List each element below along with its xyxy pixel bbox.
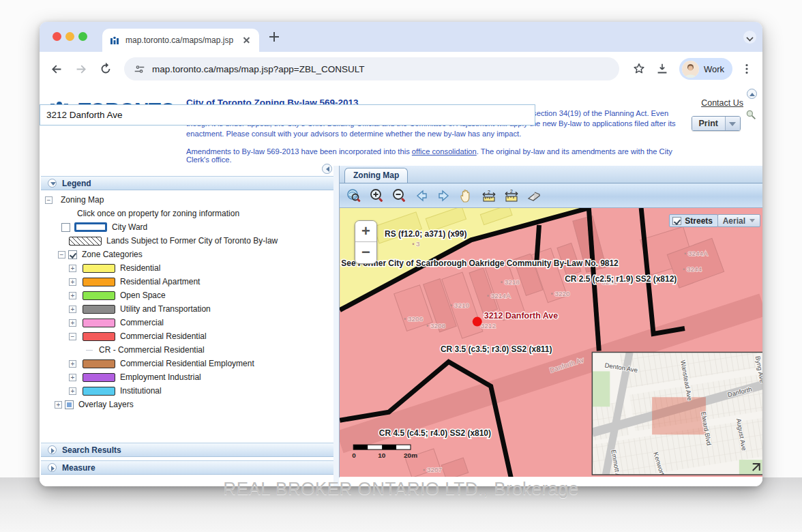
zone-categories-label: Zone Categories [82,250,143,259]
expand-box-icon[interactable] [69,292,76,299]
map-column: Zoning Map [339,166,762,477]
tab-zoning-map[interactable]: Zoning Map [344,168,408,183]
tree-node-zone[interactable]: Open Space [40,289,333,302]
measure-toggle-icon[interactable] [48,463,57,472]
tree-node-zone[interactable]: Utility and Transportation [40,302,333,316]
site-info-icon[interactable] [134,63,145,75]
streets-toggle[interactable]: Streets [669,214,718,227]
tree-node-zone[interactable]: Institutional [40,384,333,398]
svg-text:3206: 3206 [408,315,424,323]
tree-node-overlay-layers[interactable]: Overlay Layers [40,398,333,411]
tree-node-zone[interactable]: Commercial [40,316,333,329]
expand-box-icon[interactable] [69,306,76,313]
url-bar[interactable]: map.toronto.ca/maps/map.jsp?app=ZBL_CONS… [124,57,619,80]
streets-checkbox[interactable] [672,217,681,225]
search-results-panel-header[interactable]: Search Results [41,443,333,457]
overlay-layers-checkbox[interactable] [65,400,74,409]
collapse-box-icon[interactable] [58,251,65,258]
tree-node-zone-categories[interactable]: Zone Categories [40,248,333,261]
close-window-button[interactable] [53,32,61,41]
new-tab-button[interactable] [269,31,280,42]
map-canvas[interactable]: 3 3206 3208 3210 3212 3214A 3218 3220 32… [340,208,762,477]
expand-box-icon[interactable] [69,265,76,272]
address-search-input[interactable] [40,104,535,125]
more-menu-icon[interactable] [739,61,754,76]
contact-us-link[interactable]: Contact Us [701,98,743,108]
tree-node-zone[interactable]: Employment Industrial [40,370,333,384]
zoom-extent-icon[interactable] [346,188,362,204]
profile-chip[interactable]: Work [679,58,732,80]
tab-close-icon[interactable] [241,35,252,46]
sidebar-gutter [333,166,339,486]
print-dropdown-icon[interactable] [725,117,740,130]
measure-panel-header[interactable]: Measure [41,460,333,475]
zone-label: Commercial Residential Employment [120,359,254,368]
expand-box-icon[interactable] [69,319,76,327]
zoom-window-button[interactable] [78,32,87,41]
browser-tab[interactable]: map.toronto.ca/maps/map.jsp [102,29,259,52]
expand-box-icon[interactable] [69,278,76,286]
svg-text:3244A: 3244A [688,250,708,257]
city-ward-checkbox[interactable] [61,223,70,232]
expand-box-icon[interactable] [69,360,76,368]
svg-text:2: 2 [488,189,490,194]
map-zoom-out-button[interactable]: − [355,242,376,263]
print-button[interactable]: Print [692,116,741,131]
search-results-toggle-icon[interactable] [48,445,57,454]
expand-box-icon[interactable] [69,374,76,381]
streets-label: Streets [685,216,713,226]
collapse-box-icon[interactable] [69,333,76,340]
aerial-dropdown-button[interactable]: Aerial [717,214,760,227]
tree-node-zone[interactable]: Commercial Residential Employment [40,357,333,370]
tab-search-chevron-icon[interactable] [743,31,756,44]
download-icon[interactable] [655,61,670,76]
tree-node-city-ward[interactable]: City Ward [40,220,333,234]
reload-icon[interactable] [98,61,113,76]
legend-panel-header[interactable]: Legend [41,176,333,190]
svg-text:0: 0 [352,452,356,459]
forward-arrow-icon[interactable] [74,61,89,76]
measure-distance-icon[interactable]: 2 [481,188,497,204]
collapse-sidebar-icon[interactable] [322,164,332,174]
office-consolidation-link[interactable]: office consolidation [412,147,477,156]
aerial-label: Aerial [723,216,745,226]
tree-node-zoning-map[interactable]: Zoning Map [40,193,333,207]
zoom-in-icon[interactable] [368,188,385,204]
tree-node-zone[interactable]: Residential Apartment [40,275,333,289]
tab-title: map.toronto.ca/maps/map.jsp [125,35,236,45]
tree-node-zone[interactable]: Commercial Residential [40,329,333,343]
zone-categories-checkbox[interactable] [68,250,77,259]
zoom-out-icon[interactable] [391,188,407,204]
minimize-window-button[interactable] [65,32,74,41]
expand-box-icon[interactable] [69,387,76,395]
legend-toggle-icon[interactable] [48,179,57,188]
collapse-box-icon[interactable] [45,196,53,204]
svg-text:3220: 3220 [554,290,570,297]
inset-overview-map[interactable]: Denton Ave Wanstead Ave Byng Ave Danfort… [576,332,762,477]
map-zoom-control: + − [355,220,377,264]
expand-box-icon[interactable] [55,401,62,409]
eraser-icon[interactable] [526,188,542,204]
svg-text:3207: 3207 [427,466,443,473]
print-label[interactable]: Print [692,117,725,130]
tree-node-zone[interactable]: Residential [40,261,333,275]
browser-window: map.toronto.ca/maps/map.jsp map.toronto.… [40,22,762,486]
back-arrow-icon[interactable] [49,61,64,76]
hint-label: Click once on property for zoning inform… [77,209,239,218]
next-extent-icon[interactable] [436,188,452,204]
map-zoom-in-button[interactable]: + [355,221,376,242]
previous-extent-icon[interactable] [413,188,430,204]
measure-title: Measure [62,463,95,473]
zone-swatch [83,359,115,368]
svg-text:3218: 3218 [505,278,520,286]
legend-title: Legend [62,179,91,188]
bookmark-star-icon[interactable] [632,61,647,76]
collapse-header-icon[interactable] [747,89,757,99]
pan-hand-icon[interactable] [458,188,475,204]
zone-label: Commercial Residential [120,331,207,341]
zone-label: Residential Apartment [120,277,200,286]
search-icon[interactable] [745,109,756,120]
measure-area-icon[interactable]: 2 [503,188,520,204]
tree-node-cr-child[interactable]: CR - Commercial Residential [40,343,333,357]
zone-swatch [83,332,115,341]
